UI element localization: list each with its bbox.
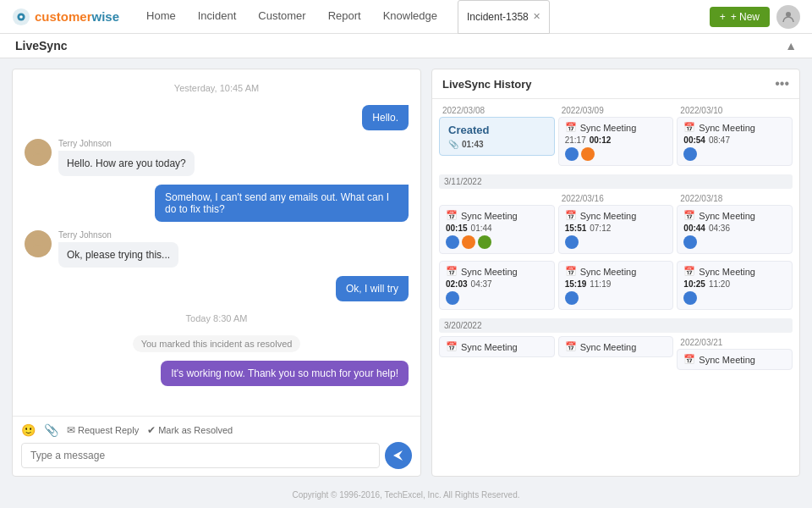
attendee-avatar — [478, 235, 491, 249]
date-column: 2022/03/21 📅 Sync Meeting — [677, 336, 793, 373]
nav-home[interactable]: Home — [136, 0, 186, 34]
message-bubble: Ok, please trying this... — [58, 242, 178, 268]
request-reply-button[interactable]: ✉ Request Reply — [67, 424, 139, 436]
more-options-icon[interactable]: ••• — [775, 76, 789, 91]
attachment-icon: 📎 — [448, 140, 458, 149]
meeting-times: 15:51 07:12 — [565, 224, 667, 233]
time-bold: 02:03 — [446, 279, 468, 289]
time-start: 21:17 — [565, 135, 586, 145]
attendee-avatar — [683, 147, 697, 161]
calendar-icon: 📅 — [446, 341, 458, 352]
date-column: 2022/03/10 📅 Sync Meeting 00:54 08:47 — [677, 104, 793, 169]
logo[interactable]: customerwise — [12, 8, 119, 26]
meeting-icons — [565, 291, 667, 305]
date-column: 📅 Sync Meeting 10:25 11:20 — [677, 261, 793, 313]
message-bubble: Somehow, I can't send any emails out. Wh… — [155, 185, 409, 222]
tab-label: Incident-1358 — [467, 11, 529, 23]
meeting-card: 📅 Sync Meeting — [677, 349, 793, 370]
time-end: 04:37 — [471, 279, 492, 289]
chat-messages: Yesterday, 10:45 AM Hello. Terry Johnson… — [13, 69, 420, 416]
collapse-button[interactable]: ▲ — [785, 39, 797, 52]
meeting-icons — [683, 291, 786, 305]
history-header: LiveSync History ••• — [432, 69, 799, 99]
date-column: 2022/03/09 📅 Sync Meeting 21:17 00:12 — [558, 104, 674, 169]
attach-icon[interactable]: 📎 — [44, 423, 58, 437]
timestamp-2: Today 8:30 AM — [25, 313, 409, 323]
meeting-title: 📅 Sync Meeting — [565, 341, 667, 352]
time-end: 07:12 — [590, 224, 611, 233]
meeting-times: 00:44 04:36 — [683, 224, 786, 233]
time-bold: 00:54 — [683, 135, 705, 145]
time-bold: 00:12 — [590, 135, 612, 145]
calendar-icon: 📅 — [446, 210, 458, 221]
message-row: Terry Johnson Ok, please trying this... — [25, 230, 409, 268]
active-incident-tab[interactable]: Incident-1358 ✕ — [458, 0, 550, 34]
date-label: 2022/03/10 — [677, 104, 793, 117]
time-bold: 10:25 — [683, 279, 705, 289]
meeting-times: 15:19 11:19 — [565, 279, 667, 289]
meeting-card: 📅 Sync Meeting 00:54 08:47 — [677, 117, 793, 166]
date-separator: 3/11/2022 — [439, 174, 793, 189]
date-column: 📅 Sync Meeting — [558, 336, 674, 373]
meeting-title: 📅 Sync Meeting — [446, 210, 548, 221]
meeting-icons — [565, 235, 667, 249]
mail-icon: ✉ — [67, 424, 75, 436]
meeting-title: 📅 Sync Meeting — [683, 354, 786, 365]
calendar-icon: 📅 — [683, 354, 695, 365]
date-column: 📅 Sync Meeting — [439, 336, 555, 373]
message-bubble: Ok, I will try — [336, 276, 409, 301]
agent-name: Terry Johnson — [58, 139, 195, 148]
calendar-icon: 📅 — [565, 341, 577, 352]
message-input[interactable] — [21, 443, 380, 468]
plus-icon: + — [720, 11, 726, 23]
page-title: LiveSync — [15, 39, 67, 52]
chat-input-row — [21, 442, 412, 469]
meeting-times: 10:25 11:20 — [683, 279, 786, 289]
date-label: 2022/03/16 — [558, 192, 674, 205]
created-time: 01:43 — [462, 140, 484, 149]
nav-incident[interactable]: Incident — [188, 0, 247, 34]
chat-panel: Yesterday, 10:45 AM Hello. Terry Johnson… — [12, 69, 421, 477]
meeting-card: 📅 Sync Meeting 02:03 04:37 — [439, 261, 555, 310]
meeting-card: 📅 Sync Meeting 15:19 11:19 — [558, 261, 674, 310]
attendee-avatar — [565, 291, 579, 305]
footer-text: Copyright © 1996-2016, TechExcel, Inc. A… — [293, 490, 520, 500]
meeting-times: 21:17 00:12 — [565, 135, 667, 145]
meeting-times: 00:54 08:47 — [683, 135, 786, 145]
nav-customer[interactable]: Customer — [248, 0, 315, 34]
meeting-icons — [683, 235, 786, 249]
attendee-avatar — [581, 147, 595, 161]
date-label: 2022/03/08 — [439, 104, 555, 117]
date-label: 2022/03/18 — [677, 192, 793, 205]
time-end: 04:36 — [709, 224, 730, 233]
emoji-icon[interactable]: 🙂 — [21, 423, 36, 437]
tab-close-icon[interactable]: ✕ — [533, 11, 540, 22]
user-avatar[interactable] — [776, 5, 800, 29]
message-row: You marked this incident as resolved — [25, 335, 409, 352]
send-button[interactable] — [385, 442, 412, 469]
meeting-title: 📅 Sync Meeting — [565, 122, 667, 133]
attendee-avatar — [565, 147, 579, 161]
nav-report[interactable]: Report — [318, 0, 371, 34]
message-row: Terry Johnson Hello. How are you today? — [25, 139, 409, 176]
date-column: 2022/03/18 📅 Sync Meeting 00:44 04:36 — [677, 192, 793, 257]
calendar-icon: 📅 — [683, 210, 695, 221]
meeting-card: 📅 Sync Meeting 00:44 04:36 — [677, 205, 793, 254]
history-panel: LiveSync History ••• 2022/03/08 Created … — [431, 69, 800, 477]
nav-knowledge[interactable]: Knowledge — [373, 0, 447, 34]
date-separator: 3/20/2022 — [439, 318, 793, 333]
attendee-avatar — [683, 235, 697, 249]
system-message: You marked this incident as resolved — [133, 335, 301, 352]
time-end: 01:44 — [471, 224, 492, 233]
meeting-icons — [446, 291, 548, 305]
new-button[interactable]: + + New — [710, 7, 770, 27]
message-bubble: It's working now. Thank you so much for … — [161, 361, 409, 386]
attendee-avatar — [683, 291, 697, 305]
chat-toolbar: 🙂 📎 ✉ Request Reply ✔ Mark as Resolved — [21, 423, 412, 437]
meeting-times: 00:15 01:44 — [446, 224, 548, 233]
mark-resolved-button[interactable]: ✔ Mark as Resolved — [147, 424, 233, 436]
page-header: LiveSync ▲ — [0, 34, 812, 58]
date-column: 2022/03/16 📅 Sync Meeting 15:51 07:12 — [558, 192, 674, 257]
attendee-avatar — [565, 235, 579, 249]
message-row: Hello. — [25, 105, 409, 130]
